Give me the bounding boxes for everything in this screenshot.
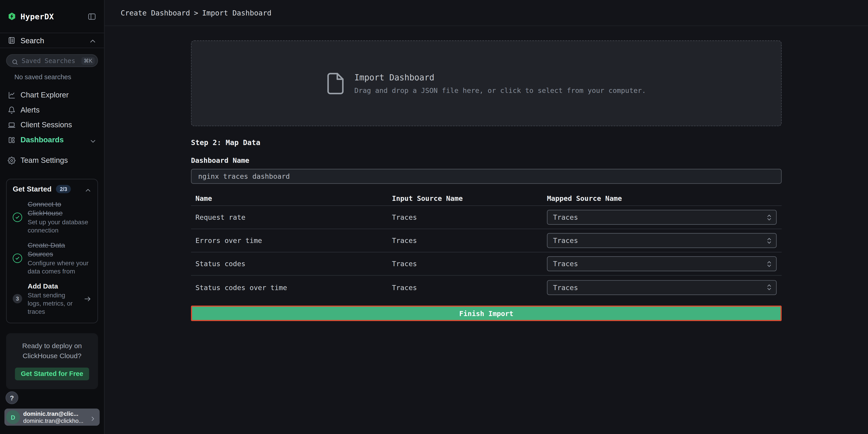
step-title: Create Data Sources (28, 241, 92, 258)
sidebar-item-dashboards[interactable]: Dashboards (0, 132, 104, 147)
sidebar: HyperDX Search ⌘K No saved searches (0, 0, 104, 434)
table-row: Errors over time Traces Traces (191, 229, 782, 252)
step-description: Set up your database connection (28, 218, 92, 235)
avatar: D (6, 410, 20, 424)
sidebar-item-client-sessions[interactable]: Client Sessions (0, 117, 104, 132)
step-create-data-sources[interactable]: Create Data Sources Configure where your… (13, 241, 91, 276)
sidebar-nav: Chart Explorer Alerts Client Sessions Da… (0, 87, 104, 168)
chevron-up-icon[interactable] (85, 186, 91, 192)
check-circle-icon (13, 253, 22, 263)
sidebar-item-chart-explorer[interactable]: Chart Explorer (0, 87, 104, 102)
shortcut-badge: ⌘K (82, 57, 95, 64)
table-row: Status codes Traces Traces (191, 252, 782, 276)
saved-searches-box[interactable]: ⌘K (6, 54, 98, 67)
nav-label: Chart Explorer (21, 91, 96, 99)
nav-label: Dashboards (21, 136, 85, 144)
step-add-data[interactable]: 3 Add Data Start sending logs, metrics, … (13, 282, 91, 316)
input-source-cell: Traces (388, 213, 547, 221)
chart-name-cell: Status codes (191, 259, 388, 268)
select-chevrons-icon (767, 283, 772, 291)
main-area: Create Dashboard > Import Dashboard Impo… (104, 0, 868, 434)
gear-icon (8, 156, 16, 164)
dashboard-name-input[interactable] (191, 169, 782, 184)
selected-value: Traces (553, 236, 767, 245)
select-chevrons-icon (767, 260, 772, 268)
search-icon (11, 57, 18, 64)
sidebar-item-search[interactable]: Search (0, 33, 104, 48)
finish-import-button[interactable]: Finish Import (191, 306, 782, 321)
file-icon (327, 72, 344, 94)
step-title: Connect to ClickHouse (28, 200, 92, 218)
topbar: Create Dashboard > Import Dashboard (104, 0, 868, 26)
step-description: Start sending logs, metrics, or traces (28, 291, 78, 316)
column-header-name: Name (191, 194, 388, 203)
chart-name-cell: Errors over time (191, 236, 388, 245)
step-number-badge: 3 (13, 294, 22, 303)
chart-name-cell: Request rate (191, 213, 388, 221)
arrow-right-icon (84, 295, 91, 303)
selected-value: Traces (553, 213, 767, 221)
nav-label: Client Sessions (21, 121, 96, 129)
mapped-source-select[interactable]: Traces (547, 256, 777, 272)
dashboard-grid-icon (8, 136, 16, 144)
dropzone-subtitle: Drag and drop a JSON file here, or click… (354, 86, 646, 94)
help-button[interactable]: ? (5, 392, 18, 404)
get-started-title: Get Started (13, 185, 52, 193)
mapped-source-select[interactable]: Traces (547, 233, 777, 248)
chart-name-cell: Status codes over time (191, 283, 388, 291)
promo-text-line2: ClickHouse Cloud? (15, 351, 89, 361)
table-header-row: Name Input Source Name Mapped Source Nam… (191, 191, 782, 206)
step-title: Add Data (28, 282, 78, 290)
journal-icon (8, 36, 16, 44)
search-section-label: Search (21, 36, 84, 44)
json-dropzone[interactable]: Import Dashboard Drag and drop a JSON fi… (191, 40, 782, 126)
column-header-input-source: Input Source Name (388, 194, 547, 203)
no-saved-searches-text: No saved searches (14, 73, 104, 81)
line-chart-icon (8, 91, 16, 99)
sidebar-item-alerts[interactable]: Alerts (0, 102, 104, 118)
input-source-cell: Traces (388, 236, 547, 245)
step-2-heading: Step 2: Map Data (191, 138, 782, 147)
table-row: Status codes over time Traces Traces (191, 276, 782, 299)
table-row: Request rate Traces Traces (191, 206, 782, 229)
sidebar-collapse-icon[interactable] (87, 12, 96, 21)
laptop-icon (8, 121, 16, 129)
clickhouse-cloud-promo: Ready to deploy on ClickHouse Cloud? Get… (6, 333, 98, 389)
check-circle-icon (13, 212, 22, 222)
user-menu[interactable]: D dominic.tran@clic... dominic.tran@clic… (4, 408, 99, 426)
step-connect-clickhouse[interactable]: Connect to ClickHouse Set up your databa… (13, 200, 91, 235)
breadcrumb-import-dashboard: Import Dashboard (202, 9, 272, 17)
app-title: HyperDX (21, 12, 83, 21)
get-started-free-button[interactable]: Get Started for Free (15, 368, 89, 380)
user-email: dominic.tran@clickho... (23, 417, 86, 424)
user-name: dominic.tran@clic... (23, 410, 86, 417)
mapping-table: Name Input Source Name Mapped Source Nam… (191, 191, 782, 299)
chevron-up-icon[interactable] (89, 37, 96, 44)
dropzone-title: Import Dashboard (354, 72, 646, 82)
content: Import Dashboard Drag and drop a JSON fi… (104, 26, 868, 434)
breadcrumb-create-dashboard[interactable]: Create Dashboard (121, 9, 190, 17)
select-chevrons-icon (767, 213, 772, 221)
mapped-source-select[interactable]: Traces (547, 210, 777, 225)
column-header-mapped-source: Mapped Source Name (547, 194, 782, 203)
nav-label: Team Settings (21, 156, 96, 164)
sidebar-item-team-settings[interactable]: Team Settings (0, 153, 104, 168)
chevron-down-icon[interactable] (90, 136, 96, 143)
progress-badge: 2/3 (56, 185, 71, 193)
breadcrumb-separator: > (194, 9, 198, 17)
hyperdx-logo-icon (8, 12, 16, 20)
get-started-card: Get Started 2/3 Connect to ClickHouse Se… (6, 179, 98, 323)
bell-icon (8, 106, 16, 114)
selected-value: Traces (553, 283, 767, 291)
chevron-right-icon (90, 414, 96, 420)
nav-label: Alerts (21, 106, 96, 114)
input-source-cell: Traces (388, 259, 547, 268)
input-source-cell: Traces (388, 283, 547, 291)
app-root: HyperDX Search ⌘K No saved searches (0, 0, 868, 434)
promo-text-line1: Ready to deploy on (15, 341, 89, 351)
mapped-source-select[interactable]: Traces (547, 280, 777, 295)
select-chevrons-icon (767, 237, 772, 244)
saved-searches-input[interactable] (22, 57, 78, 64)
logo-row: HyperDX (0, 0, 104, 33)
dashboard-name-label: Dashboard Name (191, 156, 782, 164)
